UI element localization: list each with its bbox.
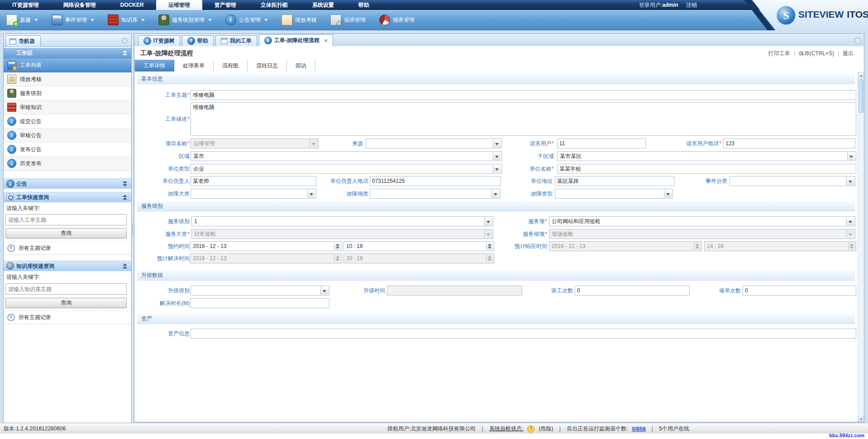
sidebar-item-worklist[interactable]: 工单列表 <box>4 58 131 72</box>
subtab-flow-log[interactable]: 流转日志 <box>248 60 287 72</box>
section-header-order-search[interactable]: 工单快速查询 <box>4 192 131 202</box>
chevron-down-icon[interactable] <box>208 19 212 21</box>
monitor-count-link[interactable]: 0/858 <box>632 426 646 432</box>
subtab-order-details[interactable]: 工单详情 <box>134 60 174 72</box>
solve-time-spinner[interactable]: 20 : 16 <box>343 253 494 263</box>
toolbar-report-management[interactable]: 报表管理 <box>379 14 415 25</box>
sidebar-item-history-publish[interactable]: 历史发布 <box>4 157 131 171</box>
kb-search-input[interactable] <box>5 283 127 295</box>
toolbar-duty-management[interactable]: 值班管理 <box>330 14 366 25</box>
exit-button[interactable]: 退出 <box>839 50 858 57</box>
request-phone-input[interactable] <box>723 138 855 148</box>
dropdown-arrow-icon[interactable] <box>664 190 672 198</box>
menu-help[interactable]: 帮助 <box>346 0 382 10</box>
upgrade-level-select[interactable] <box>191 286 329 296</box>
dropdown-arrow-icon[interactable] <box>484 217 492 225</box>
chevron-down-icon[interactable] <box>141 19 145 21</box>
appt-date-spinner[interactable]: 2016 - 12 - 13 <box>190 241 342 251</box>
sidebar-item-submit-notice[interactable]: 提交公告 <box>4 115 131 129</box>
subtab-flow-chart[interactable]: 流程图 <box>214 60 248 72</box>
resp-time-spinner[interactable]: 14 : 16 <box>704 241 856 251</box>
menu-system-settings[interactable]: 系统设置 <box>300 0 346 10</box>
fault-major-select[interactable] <box>191 189 316 199</box>
resp-date-spinner[interactable]: 2016 - 12 - 13 <box>549 241 702 251</box>
sidebar-item-publish-notice[interactable]: 发布公告 <box>4 143 131 157</box>
tab-navigator[interactable]: 导航器 <box>5 35 41 47</box>
menu-topology[interactable]: 立体拓扑图 <box>248 0 300 10</box>
tab-options-icon[interactable] <box>854 37 861 44</box>
spinner-arrows-icon[interactable] <box>334 242 341 250</box>
vertical-scrollbar[interactable] <box>858 72 864 422</box>
toolbar-knowledge-base[interactable]: 知识库 <box>108 14 145 25</box>
sidebar-item-service-level[interactable]: 服务级别 <box>4 86 131 100</box>
description-textarea[interactable]: 维修电脑 <box>191 102 856 136</box>
chevron-down-icon[interactable] <box>264 19 268 21</box>
expand-icon[interactable] <box>123 181 127 186</box>
fault-type-select[interactable] <box>555 189 673 199</box>
org-contact-phone-input[interactable] <box>370 176 501 186</box>
request-user-input[interactable] <box>557 138 646 148</box>
dispatch-count-input[interactable] <box>575 286 690 296</box>
tab-it-resource-tree[interactable]: S IT资源树 <box>138 35 180 46</box>
sla-level-select[interactable]: 1 <box>191 216 493 226</box>
tab-help[interactable]: ? 帮助 <box>182 35 214 46</box>
solve-date-spinner[interactable]: 2016 - 12 - 13 <box>190 253 342 263</box>
org-contact-input[interactable] <box>191 176 316 186</box>
tab-fault-process[interactable]: S 工单-故障处理流程 × <box>259 34 333 46</box>
service-detail-select[interactable]: 现场巡检 <box>549 229 855 239</box>
kb-search-button[interactable]: 查询 <box>5 298 127 308</box>
order-search-input[interactable] <box>5 214 127 225</box>
tab-my-orders[interactable]: 我的工单 <box>215 35 257 46</box>
menu-docker[interactable]: DOCKER <box>108 0 156 10</box>
remind-count-input[interactable] <box>743 286 856 296</box>
collapse-icon[interactable] <box>123 263 127 269</box>
solve-duration-input[interactable] <box>191 298 329 308</box>
order-all-records[interactable]: 所有主题记录 <box>4 242 131 255</box>
scroll-up-icon[interactable] <box>858 72 864 78</box>
dropdown-arrow-icon[interactable] <box>846 217 854 225</box>
subject-input[interactable] <box>191 90 856 100</box>
asset-info-input[interactable] <box>191 329 856 339</box>
section-header-notice[interactable]: 公告 <box>4 178 131 189</box>
section-header-kb-search[interactable]: 知识库快速查询 <box>4 261 131 271</box>
scrollbar-thumb[interactable] <box>858 79 863 113</box>
section-header-workspace[interactable]: 工作区 <box>4 48 131 58</box>
close-icon[interactable]: × <box>324 38 328 44</box>
org-name-input[interactable] <box>557 164 856 174</box>
selfcheck-link[interactable]: 系统自检状态: <box>489 425 523 433</box>
gear-icon[interactable] <box>121 38 128 44</box>
toolbar-service-level-management[interactable]: 服务级别管理 <box>158 14 212 25</box>
menu-network-device[interactable]: 网络设备管理 <box>51 0 108 10</box>
dropdown-arrow-icon[interactable] <box>484 230 492 238</box>
source-select[interactable] <box>366 138 502 148</box>
org-addr-input[interactable] <box>555 176 674 186</box>
print-order-button[interactable]: 打印工单 <box>764 50 794 57</box>
order-search-button[interactable]: 查询 <box>5 228 127 239</box>
subtab-revisit[interactable]: 回访 <box>287 60 315 72</box>
toolbar-notice-management[interactable]: 公告管理 <box>225 14 268 25</box>
event-class-select[interactable] <box>730 176 855 186</box>
collapse-icon[interactable] <box>123 50 127 56</box>
collapse-icon[interactable] <box>123 195 127 200</box>
kb-all-records[interactable]: 所有主题记录 <box>4 311 131 324</box>
chevron-down-icon[interactable] <box>91 19 94 21</box>
subregion-select[interactable]: 某市某区 <box>557 151 856 161</box>
save-button[interactable]: 保存(CTRL+S) <box>795 50 838 57</box>
scroll-down-icon[interactable] <box>858 416 864 422</box>
service-item-select[interactable]: 公司网站和应用巡检 <box>549 216 855 226</box>
subtab-process-form[interactable]: 处理表单 <box>174 60 214 72</box>
menu-it-resource[interactable]: IT资源管理 <box>0 0 51 10</box>
appt-time-spinner[interactable]: 10 : 16 <box>343 241 494 251</box>
logout-link[interactable]: 注销 <box>686 2 697 8</box>
sidebar-item-performance[interactable]: 绩效考核 <box>4 72 131 86</box>
upgrade-time-input[interactable] <box>387 286 522 296</box>
toolbar-performance[interactable]: 绩效考核 <box>281 14 317 25</box>
chevron-down-icon[interactable] <box>34 19 38 21</box>
site-link[interactable]: bbs.594zz.com <box>829 433 864 438</box>
org-type-select[interactable]: 企业 <box>191 164 502 174</box>
dropdown-arrow-icon[interactable] <box>846 177 854 185</box>
dropdown-arrow-icon[interactable] <box>320 286 329 295</box>
fault-minor-select[interactable] <box>370 189 501 199</box>
service-major-select[interactable]: 日常巡检 <box>191 229 493 239</box>
dropdown-arrow-icon[interactable] <box>846 230 854 238</box>
